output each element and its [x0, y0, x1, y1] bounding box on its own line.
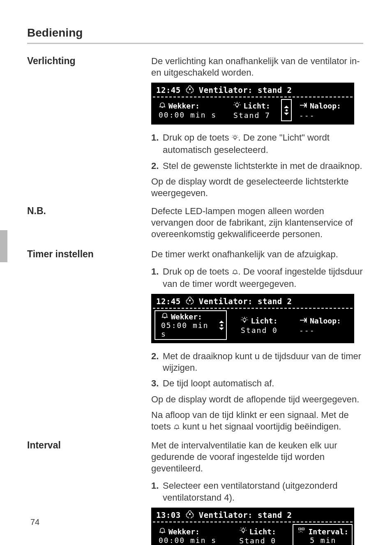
- timer-after1: Op de display wordt de aflopende tijd we…: [151, 394, 363, 405]
- lcd2-top-text: Ventilator: stand 2: [199, 297, 292, 306]
- lcd1-selector: [281, 99, 292, 121]
- timer-after2-b: kunt u het signaal voortijdig beëindigen…: [180, 421, 341, 432]
- lcd2-selector: Wekker: 05:00 min s: [154, 310, 227, 340]
- light-icon: [233, 101, 241, 111]
- lcd1-wekker-label: Wekker:: [168, 102, 200, 110]
- section-heading-verlichting: Verlichting: [27, 55, 151, 67]
- lcd2-wekker-value: 05:00 min s: [161, 321, 214, 338]
- lcd2-licht-label: Licht:: [251, 316, 277, 325]
- lcd2-time: 12:45: [156, 297, 181, 306]
- lcd2-licht-value: Stand 0: [241, 326, 278, 335]
- lcd2-wekker-label: Wekker:: [171, 312, 202, 321]
- interval-intro: Met de intervalventilatie kan de keuken …: [151, 440, 363, 474]
- alarm-icon: [159, 102, 166, 111]
- section-heading-interval: Interval: [27, 440, 151, 451]
- title-divider: [27, 43, 363, 44]
- lcd1-licht-label: Licht:: [243, 102, 270, 110]
- lcd2-naloop-label: Naloop:: [310, 316, 341, 325]
- timer-step3: De tijd loopt automatisch af.: [163, 378, 274, 388]
- lcd3-selector: Interval: 5 min: [293, 524, 353, 545]
- alarm-icon: [159, 527, 166, 536]
- lcd3-top-text: Ventilator: stand 2: [199, 510, 292, 520]
- lcd1-naloop-label: Naloop:: [310, 102, 341, 110]
- verlichting-step1-a: Druk op de toets: [163, 132, 232, 143]
- lcd1-wekker-value: 00:00 min s: [159, 111, 217, 119]
- verlichting-intro: De verlichting kan onafhankelijk van de …: [151, 55, 363, 79]
- display-panel-3: 13:03 Ventilator: stand 2 Wekker: 00:00 …: [151, 508, 354, 545]
- runon-icon: [299, 316, 307, 326]
- light-icon: [232, 133, 238, 144]
- alarm-icon: [161, 312, 168, 321]
- nb-body: Defecte LED-lampen mogen alleen worden v…: [151, 206, 363, 240]
- lcd2-naloop-value: ---: [299, 326, 315, 335]
- section-heading-timer: Timer instellen: [27, 249, 151, 260]
- lcd1-naloop-value: ---: [299, 111, 315, 120]
- fan-icon: [186, 85, 194, 95]
- section-heading-nb: N.B.: [27, 206, 151, 217]
- lcd3-time: 13:03: [156, 510, 181, 520]
- display-panel-1: 12:45 Ventilator: stand 2 Wekker: 00:00 …: [151, 83, 354, 125]
- page-edge-tab: [0, 230, 7, 262]
- alarm-icon: [232, 267, 238, 278]
- runon-icon: [299, 101, 307, 111]
- lcd1-top-text: Ventilator: stand 2: [199, 85, 292, 95]
- lcd3-wekker-value: 00:00 min s: [159, 536, 217, 545]
- page-number: 74: [30, 517, 39, 527]
- light-icon: [241, 316, 248, 326]
- lcd1-time: 12:45: [156, 85, 181, 95]
- fan-icon: [186, 510, 194, 520]
- lcd3-wekker-label: Wekker:: [168, 527, 200, 536]
- lcd3-licht-label: Licht:: [249, 527, 276, 536]
- display-panel-2: 12:45 Ventilator: stand 2 Wekker: 05:00 …: [151, 294, 354, 343]
- light-icon: [240, 527, 247, 536]
- timer-step2: Met de draaiknop kunt u de tijdsduur van…: [163, 351, 361, 373]
- timer-step1-a: Druk op de toets: [163, 266, 232, 277]
- interval-icon: [297, 527, 306, 536]
- verlichting-after: Op de display wordt de geselecteerde lic…: [151, 176, 363, 199]
- lcd3-interval-value: 5 min: [310, 536, 336, 545]
- verlichting-step2: Stel de gewenste lichtsterkte in met de …: [163, 161, 362, 171]
- page-title: Bediening: [27, 26, 363, 39]
- interval-step1: Selecteer een ventilatorstand (uitgezond…: [163, 480, 338, 502]
- alarm-icon: [173, 422, 180, 433]
- lcd3-licht-value: Stand 0: [239, 536, 276, 545]
- timer-intro: De timer werkt onafhankelijk van de afzu…: [151, 249, 363, 260]
- lcd3-interval-label: Interval:: [308, 527, 348, 536]
- fan-icon: [186, 296, 194, 306]
- lcd1-licht-value: Stand 7: [233, 111, 270, 120]
